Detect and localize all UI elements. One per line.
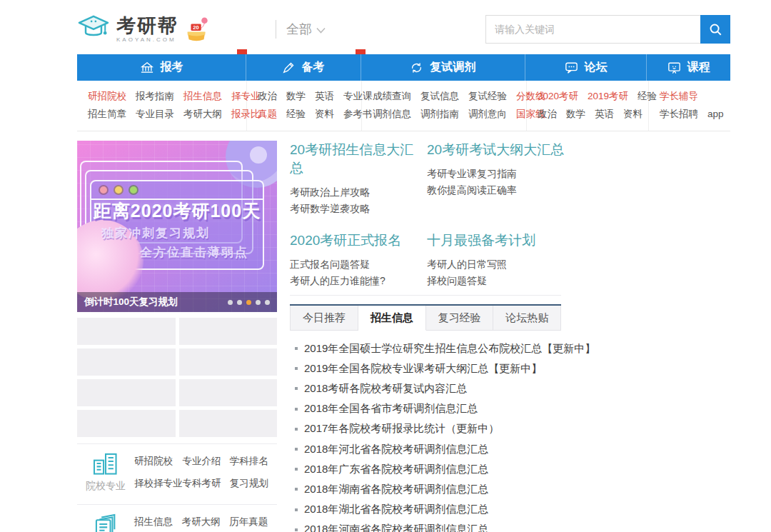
logo-subtitle: KAOYAN.COM <box>116 36 178 43</box>
category-link[interactable]: 考研大纲 <box>182 516 230 528</box>
submenu-link[interactable]: 调剂信息 <box>373 109 411 119</box>
right-column: 20考研招生信息大汇总 考研政治上岸攻略 考研数学逆袭攻略 20考研考试大纲大汇… <box>290 141 730 532</box>
feature-link[interactable]: 择校问题答疑 <box>427 273 730 289</box>
tab-admission-info[interactable]: 招生信息 <box>358 306 426 331</box>
carousel-caption: 倒计时100天复习规划 <box>84 296 178 308</box>
category-link[interactable]: 研招院校 <box>134 455 183 468</box>
submenu-link[interactable]: 调剂指南 <box>420 109 459 119</box>
submenu-link[interactable]: 报考指南 <box>136 91 174 101</box>
submenu-link[interactable]: 学长招聘 <box>660 109 698 119</box>
submenu-link[interactable]: 经验 <box>286 109 306 119</box>
submenu-link[interactable]: 专业目录 <box>136 109 174 119</box>
submenu-link[interactable]: 2019考研 <box>588 91 628 101</box>
news-item[interactable]: 2018年河北省各院校考研调剂信息汇总 <box>290 439 730 459</box>
nav-label: 论坛 <box>585 60 608 75</box>
nav-item-prepare[interactable]: 备考 <box>246 54 361 81</box>
carousel-banner[interactable]: 距离2020考研100天 独家冲刺复习规划 全方位直击薄弱点 倒计时100天复习… <box>77 141 277 312</box>
category-link[interactable]: 专科考研 <box>183 477 230 490</box>
submenu-link[interactable]: 调剂意向 <box>468 109 507 119</box>
placeholder-box <box>179 318 278 345</box>
news-item[interactable]: 2019年全国各院校专业课考研大纲汇总【更新中】 <box>290 358 730 378</box>
news-item[interactable]: 2018考研各院校考研复试内容汇总 <box>290 378 730 398</box>
feature-title[interactable]: 20考研招生信息大汇总 <box>290 141 427 178</box>
category-link[interactable]: 专业介绍 <box>183 455 230 468</box>
feature-link[interactable]: 考研数学逆袭攻略 <box>290 201 427 217</box>
search-button[interactable] <box>700 15 730 44</box>
feature-title[interactable]: 20考研考试大纲大汇总 <box>427 141 730 159</box>
nav-label: 课程 <box>687 60 710 75</box>
nav-item-retest-adjust[interactable]: 复试调剂 <box>361 54 525 81</box>
carousel-caption-bar: 倒计时100天复习规划 <box>77 292 277 312</box>
nav-item-apply[interactable]: 报考 <box>77 54 246 81</box>
feature-title[interactable]: 十月最强备考计划 <box>427 231 730 250</box>
news-item[interactable]: 2018年河南省各院校考研调剂信息汇总 <box>290 520 730 532</box>
news-item[interactable]: 2019年全国硕士学位研究生招生信息公布院校汇总【更新中】 <box>290 338 730 358</box>
submenu-link[interactable]: 招生简章 <box>88 109 126 119</box>
news-item[interactable]: 2018年湖北省各院校考研调剂信息汇总 <box>290 500 730 520</box>
search-category-dropdown[interactable]: 全部 <box>286 21 326 38</box>
submenu-link[interactable]: 数学 <box>566 109 585 119</box>
search-input[interactable] <box>485 15 700 44</box>
carousel-dots <box>228 300 270 305</box>
feature-link[interactable]: 考研专业课复习指南 <box>427 166 730 182</box>
category-link[interactable]: 学科排名 <box>230 455 277 468</box>
feature-link[interactable]: 考研人的压力谁能懂? <box>290 273 427 289</box>
feature-link[interactable]: 考研人的日常写照 <box>427 256 730 273</box>
submenu-link[interactable]: 研招院校 <box>88 91 126 101</box>
carousel-dot[interactable] <box>256 300 261 305</box>
carousel-dot-active[interactable] <box>246 300 251 305</box>
submenu-link[interactable]: 考研大纲 <box>183 109 222 119</box>
submenu-link[interactable]: 2020考研 <box>538 91 578 101</box>
category-first-exam-link[interactable]: 考研初试 <box>77 513 134 532</box>
placeholder-box <box>179 379 278 406</box>
news-list: 2019年全国硕士学位研究生招生信息公布院校汇总【更新中】 2019年全国各院校… <box>290 338 730 532</box>
category-link[interactable]: 择校择专业 <box>134 477 183 490</box>
placeholder-box <box>77 318 176 345</box>
submenu-link[interactable]: 复试信息 <box>420 91 459 101</box>
category-link[interactable]: 复习规划 <box>230 477 277 490</box>
submenu-link[interactable]: 成绩查询 <box>373 91 411 101</box>
news-item[interactable]: 2018年湖南省各院校考研调剂信息汇总 <box>290 479 730 499</box>
submenu-link[interactable]: 数学 <box>286 91 306 101</box>
chevron-down-icon <box>316 27 326 34</box>
search-icon <box>708 22 723 37</box>
category-link[interactable]: 历年真题 <box>229 516 277 528</box>
carousel-dot[interactable] <box>265 300 270 305</box>
tab-today-recommend[interactable]: 今日推荐 <box>290 306 358 331</box>
submenu-link[interactable]: 招生信息 <box>183 91 222 101</box>
feature-link[interactable]: 正式报名问题答疑 <box>290 256 427 273</box>
submenu-link[interactable]: 英语 <box>595 109 614 119</box>
window-titlebar <box>91 181 263 200</box>
submenu-link[interactable]: 真题 <box>258 109 277 119</box>
nav-item-course[interactable]: 课程 <box>647 54 730 81</box>
placeholder-box <box>77 379 176 406</box>
news-item[interactable]: 2018年全国各省市考研调剂信息汇总 <box>290 399 730 419</box>
nav-item-forum[interactable]: 论坛 <box>525 54 647 81</box>
carousel-dot[interactable] <box>237 300 242 305</box>
carousel-dot[interactable] <box>228 300 233 305</box>
site-logo[interactable]: 考研帮 KAOYAN.COM 20 <box>77 13 210 46</box>
news-item[interactable]: 2018年广东省各院校考研调剂信息汇总 <box>290 459 730 479</box>
feature-link[interactable]: 考研政治上岸攻略 <box>290 184 427 201</box>
submenu-link[interactable]: 政治 <box>258 91 277 101</box>
divider <box>290 295 561 296</box>
buildings-icon <box>92 452 119 475</box>
bullet-icon <box>295 528 298 531</box>
submenu-link[interactable]: app <box>707 109 724 119</box>
submenu-link[interactable]: 资料 <box>315 109 334 119</box>
tab-forum-hot[interactable]: 论坛热贴 <box>493 306 561 331</box>
feature-title[interactable]: 2020考研正式报名 <box>290 231 427 250</box>
placeholder-box <box>77 410 176 437</box>
submenu-link[interactable]: 资料 <box>623 109 642 119</box>
category-link[interactable]: 招生信息 <box>134 516 182 528</box>
submenu-link[interactable]: 学长辅导 <box>660 91 698 101</box>
tab-review-experience[interactable]: 复习经验 <box>426 306 494 331</box>
kaoyan-homepage: 考研帮 KAOYAN.COM 20 全部 <box>0 0 771 532</box>
category-schools-link[interactable]: 院校专业 <box>77 452 134 493</box>
submenu-link[interactable]: 英语 <box>315 91 334 101</box>
submenu-link[interactable]: 政治 <box>538 109 557 119</box>
news-item[interactable]: 2017年各院校考研报录比统计（更新中） <box>290 419 730 439</box>
feature-link[interactable]: 教你提高阅读正确率 <box>427 182 730 199</box>
submenu-link[interactable]: 复试经验 <box>468 91 507 101</box>
building-icon <box>140 61 154 74</box>
